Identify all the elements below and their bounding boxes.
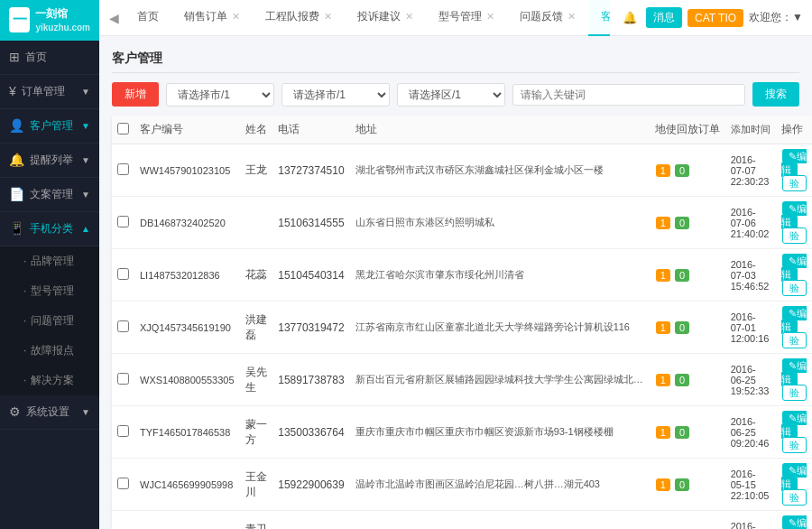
table-row: WXS1408800553305 吴先生 15891738783 新百出百元省府… xyxy=(112,354,812,406)
sidebar-item-settings[interactable]: ⚙ 系统设置 ▼ xyxy=(0,395,99,430)
bell-button[interactable]: 🔔 xyxy=(619,7,641,29)
row-name: 王金川 xyxy=(240,459,272,511)
sidebar-item-home[interactable]: ⊞ 首页 xyxy=(0,41,99,75)
edit-button[interactable]: ✎编辑 xyxy=(781,254,807,282)
sidebar-item-customers[interactable]: 👤 客户管理 ▼ xyxy=(0,109,99,144)
row-counts: 1 0 xyxy=(650,511,725,530)
edit-button[interactable]: ✎编辑 xyxy=(781,411,807,439)
sidebar-item-orders[interactable]: ¥ 订单管理 ▼ xyxy=(0,75,99,109)
select-all-checkbox[interactable] xyxy=(117,123,129,135)
tab-model-close[interactable]: ✕ xyxy=(486,11,494,23)
tab-home[interactable]: 首页 xyxy=(125,0,171,36)
tab-feedback-close[interactable]: ✕ xyxy=(567,11,576,23)
row-checkbox[interactable] xyxy=(117,373,129,385)
tab-customers[interactable]: 客户管理 ✕ xyxy=(588,0,610,36)
tab-engineering-close[interactable]: ✕ xyxy=(324,11,332,23)
row-num: DB1468732402520 xyxy=(134,197,240,249)
customers-arrow: ▼ xyxy=(81,121,90,131)
count-badge-2: 0 xyxy=(675,164,689,177)
row-counts: 1 0 xyxy=(650,302,725,354)
tab-complaints[interactable]: 投诉建议 ✕ xyxy=(345,0,426,36)
col-phone: 电话 xyxy=(272,116,349,144)
delete-button[interactable]: 验 xyxy=(782,175,807,191)
row-num: LI1487532012836 xyxy=(134,249,240,302)
tab-scroll-left[interactable]: ◀ xyxy=(104,11,125,25)
tab-engineering[interactable]: 工程队报费 ✕ xyxy=(253,0,345,36)
row-num: WXS1408800553305 xyxy=(134,354,240,406)
message-button[interactable]: 消息 xyxy=(646,7,682,28)
col-addr: 地址 xyxy=(350,116,650,144)
edit-button[interactable]: ✎编辑 xyxy=(781,149,807,177)
sidebar-item-mobile[interactable]: 📱 手机分类 ▲ xyxy=(0,212,99,246)
dot-icon5: · xyxy=(23,374,26,386)
sidebar-item-reminders[interactable]: 🔔 提醒列举 ▼ xyxy=(0,144,99,178)
edit-button[interactable]: ✎编辑 xyxy=(781,306,807,334)
add-customer-button[interactable]: 新增 xyxy=(112,82,159,107)
delete-button[interactable]: 验 xyxy=(782,489,807,506)
reminders-arrow: ▼ xyxy=(81,155,90,165)
count-badge-2: 0 xyxy=(675,478,689,491)
row-addr: 山东省日照市东港区约照明城私 xyxy=(350,197,650,249)
edit-button[interactable]: ✎编辑 xyxy=(781,201,807,229)
row-checkbox[interactable] xyxy=(117,163,129,175)
row-checkbox[interactable] xyxy=(117,320,129,332)
delete-button[interactable]: 验 xyxy=(782,385,807,401)
sidebar-sub-model[interactable]: · 型号管理 xyxy=(0,276,99,306)
row-ops: ✎编辑 验 xyxy=(776,197,812,249)
sidebar-label-reminders: 提醒列举 xyxy=(30,153,76,168)
delete-button[interactable]: 验 xyxy=(782,227,807,244)
sidebar-sub-fault[interactable]: · 故障报点 xyxy=(0,336,99,366)
tab-sales-order-close[interactable]: ✕ xyxy=(232,11,240,23)
row-checkbox-cell xyxy=(112,249,134,302)
row-phone: 15104540314 xyxy=(272,249,349,302)
delete-button[interactable]: 验 xyxy=(782,280,807,296)
tab-complaints-close[interactable]: ✕ xyxy=(405,11,413,23)
col-name: 姓名 xyxy=(240,116,272,144)
tab-sales-order[interactable]: 销售订单 ✕ xyxy=(171,0,253,36)
row-addr: 湖北省鄂州市武汉市硚区东湖鑫城社区保利金城小区一楼 xyxy=(350,144,650,197)
search-input[interactable] xyxy=(512,84,745,106)
filter-area-select[interactable]: 请选择区/1 xyxy=(397,83,505,107)
search-button[interactable]: 搜索 xyxy=(752,82,799,107)
row-checkbox[interactable] xyxy=(117,268,129,280)
cattio-button[interactable]: CAT TIO xyxy=(687,9,743,27)
row-phone: 15922900639 xyxy=(272,459,349,511)
edit-button[interactable]: ✎编辑 xyxy=(781,515,807,529)
delete-button[interactable]: 验 xyxy=(782,332,807,348)
sidebar-sub-brand[interactable]: · 品牌管理 xyxy=(0,246,99,276)
customers-table: 客户编号 姓名 电话 地址 地使回放订单 添加时间 操作 WW145790102… xyxy=(112,116,812,529)
row-num: XJQ1457345619190 xyxy=(134,302,240,354)
edit-button[interactable]: ✎编辑 xyxy=(781,463,807,491)
main-content: ◀ 首页 销售订单 ✕ 工程队报费 ✕ 投诉建议 ✕ 型号管理 ✕ 问题反馈 xyxy=(99,0,812,529)
row-checkbox[interactable] xyxy=(117,216,129,227)
row-checkbox[interactable] xyxy=(117,425,129,437)
row-name: 洪建磊 xyxy=(240,302,272,354)
row-checkbox-cell xyxy=(112,354,134,406)
user-menu[interactable]: 欢迎您：▼ xyxy=(749,10,803,25)
tab-feedback[interactable]: 问题反馈 ✕ xyxy=(507,0,588,36)
home-icon: ⊞ xyxy=(9,50,20,64)
filter-city-select[interactable]: 请选择市/1 xyxy=(166,83,274,107)
row-addr: 江苏省南京市红山区童寨北道北天大学终端路旁论计算机设116 xyxy=(350,302,650,354)
sidebar-sub-issues[interactable]: · 问题管理 xyxy=(0,306,99,336)
content-arrow: ▼ xyxy=(81,190,90,200)
row-phone: 15106314555 xyxy=(272,197,349,249)
row-addr: 黑龙江省哈尔滨市肇东市绥化州川清省 xyxy=(350,249,650,302)
sidebar-item-content[interactable]: 📄 文案管理 ▼ xyxy=(0,178,99,212)
row-checkbox-cell xyxy=(112,197,134,249)
row-addr: 新百省省秦阳市巾平市庄书前 xyxy=(350,511,650,530)
customers-icon: 👤 xyxy=(9,118,24,133)
filter-district-select[interactable]: 请选择市/1 xyxy=(281,83,390,107)
page-body: 客户管理 新增 请选择市/1 请选择市/1 请选择区/1 搜索 客户编号 姓名 … xyxy=(99,36,812,529)
row-phone: 13500336764 xyxy=(272,406,349,459)
row-checkbox[interactable] xyxy=(117,478,129,489)
tab-model[interactable]: 型号管理 ✕ xyxy=(426,0,507,36)
col-num: 客户编号 xyxy=(134,116,240,144)
delete-button[interactable]: 验 xyxy=(782,437,807,453)
tab-complaints-label: 投诉建议 xyxy=(357,9,401,24)
row-num: WJC1465699905998 xyxy=(134,459,240,511)
row-name: 蒙一方 xyxy=(240,406,272,459)
sidebar-sub-solution[interactable]: · 解决方案 xyxy=(0,366,99,395)
edit-button[interactable]: ✎编辑 xyxy=(781,358,807,386)
row-phone: 13770319472 xyxy=(272,302,349,354)
